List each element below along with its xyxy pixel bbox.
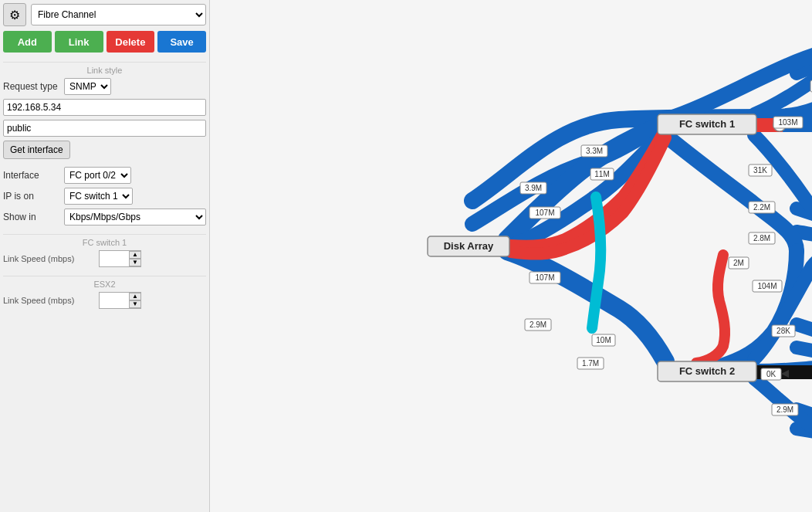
fc-switch1-label: FC switch 1 bbox=[679, 118, 735, 130]
esx2-speed-label: Link Speed (mbps) bbox=[3, 296, 96, 305]
get-interface-button[interactable]: Get interface bbox=[3, 141, 70, 159]
ip-is-on-row: IP is on FC switch 1FC switch 2 bbox=[3, 188, 206, 205]
ip-is-on-select[interactable]: FC switch 1FC switch 2 bbox=[64, 188, 133, 205]
save-button[interactable]: Save bbox=[157, 31, 206, 53]
esx2-speed-spinner[interactable]: ▲ ▼ bbox=[99, 292, 141, 309]
community-input[interactable] bbox=[3, 120, 206, 137]
request-type-row: Request type SNMPWMISSH bbox=[3, 78, 206, 95]
show-in-label: Show in bbox=[3, 212, 61, 222]
show-in-select[interactable]: Kbps/Mbps/GbpsbpsKbpsMbpsGbps bbox=[64, 209, 206, 225]
ip-address-row bbox=[3, 99, 206, 116]
add-button[interactable]: Add bbox=[3, 31, 52, 53]
fc-switch1-header: FC switch 1 bbox=[3, 234, 206, 247]
community-row bbox=[3, 120, 206, 137]
interface-label: Interface bbox=[3, 170, 61, 181]
svg-text:11M: 11M bbox=[594, 170, 609, 178]
fc-switch1-decrement-button[interactable]: ▼ bbox=[129, 259, 141, 266]
fc-switch1-increment-button[interactable]: ▲ bbox=[129, 251, 141, 259]
link-button[interactable]: Link bbox=[55, 31, 103, 53]
ip-address-input[interactable] bbox=[3, 99, 206, 116]
svg-text:2.9M: 2.9M bbox=[776, 405, 793, 414]
canvas-area[interactable]: ESX1 ESX2 ESX3 ESX4 ESX5 FC switch 1 FC … bbox=[210, 0, 812, 512]
svg-text:10M: 10M bbox=[596, 336, 611, 344]
delete-button[interactable]: Delete bbox=[107, 31, 155, 53]
svg-text:104M: 104M bbox=[757, 282, 776, 290]
svg-text:31K: 31K bbox=[753, 166, 767, 175]
fc-switch1-speed-row: Link Speed (mbps) ▲ ▼ bbox=[3, 250, 206, 267]
svg-text:2.9M: 2.9M bbox=[529, 320, 546, 329]
esx2-header: ESX2 bbox=[3, 276, 206, 289]
svg-text:103M: 103M bbox=[778, 118, 797, 127]
svg-text:2M: 2M bbox=[733, 259, 744, 267]
disk-array-label: Disk Array bbox=[444, 240, 494, 252]
esx2-speed-input[interactable] bbox=[100, 293, 129, 308]
fc-switch1-spinner-buttons: ▲ ▼ bbox=[129, 251, 141, 266]
action-buttons: Add Link Delete Save bbox=[3, 31, 206, 53]
fc-switch1-speed-input[interactable] bbox=[100, 251, 129, 266]
esx2-speed-row: Link Speed (mbps) ▲ ▼ bbox=[3, 292, 206, 309]
left-panel: ⚙ Fibre ChannelEthernetInfiniBand Add Li… bbox=[0, 0, 210, 512]
top-bar: ⚙ Fibre ChannelEthernetInfiniBand bbox=[3, 3, 206, 26]
link-style-header: Link style bbox=[3, 62, 206, 75]
svg-text:28K: 28K bbox=[776, 327, 790, 335]
network-diagram: ESX1 ESX2 ESX3 ESX4 ESX5 FC switch 1 FC … bbox=[210, 0, 812, 512]
svg-text:3.3M: 3.3M bbox=[586, 147, 603, 155]
svg-text:107M: 107M bbox=[535, 209, 554, 217]
svg-text:1.7M: 1.7M bbox=[582, 359, 599, 368]
profile-dropdown[interactable]: Fibre ChannelEthernetInfiniBand bbox=[31, 4, 206, 25]
svg-text:107M: 107M bbox=[535, 273, 554, 282]
ip-is-on-label: IP is on bbox=[3, 191, 61, 202]
fc-switch1-speed-spinner[interactable]: ▲ ▼ bbox=[99, 250, 141, 267]
fc-switch2-label: FC switch 2 bbox=[679, 365, 735, 377]
esx2-spinner-buttons: ▲ ▼ bbox=[129, 293, 141, 308]
fc-switch1-speed-label: Link Speed (mbps) bbox=[3, 254, 96, 263]
svg-text:2.8M: 2.8M bbox=[753, 234, 770, 242]
esx2-increment-button[interactable]: ▲ bbox=[129, 293, 141, 300]
interface-row: Interface FC port 0/2FC port 0/1FC port … bbox=[3, 167, 206, 184]
request-type-label: Request type bbox=[3, 81, 61, 92]
gear-button[interactable]: ⚙ bbox=[3, 3, 26, 26]
cyan-cables bbox=[592, 197, 601, 328]
request-type-select[interactable]: SNMPWMISSH bbox=[64, 78, 111, 95]
esx2-decrement-button[interactable]: ▼ bbox=[129, 300, 141, 308]
nodes: ESX1 ESX2 ESX3 ESX4 ESX5 FC switch 1 FC … bbox=[428, 23, 812, 470]
show-in-row: Show in Kbps/Mbps/GbpsbpsKbpsMbpsGbps bbox=[3, 209, 206, 225]
interface-select[interactable]: FC port 0/2FC port 0/1FC port 0/3 bbox=[64, 167, 131, 184]
svg-text:3.9M: 3.9M bbox=[525, 184, 542, 192]
svg-text:0K: 0K bbox=[766, 370, 776, 378]
svg-text:2.2M: 2.2M bbox=[753, 203, 770, 212]
